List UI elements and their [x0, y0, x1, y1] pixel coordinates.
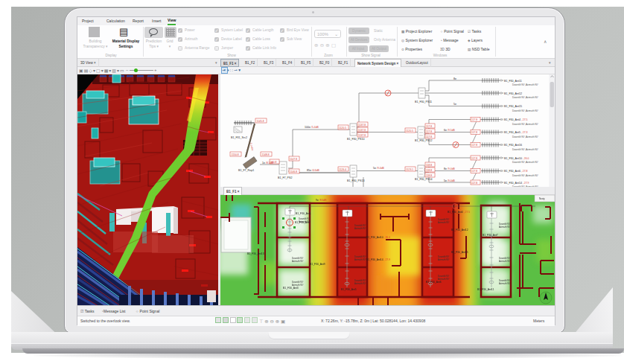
svg-text:1148.8: 1148.8 [262, 153, 270, 156]
svg-text:B1_F31_Src2: B1_F31_Src2 [231, 136, 247, 139]
svg-text:B1_F30_PS11: B1_F30_PS11 [415, 100, 432, 103]
svg-text:117.8: 117.8 [471, 170, 477, 173]
svg-text:1123.1: 1123.1 [406, 168, 413, 171]
svg-text:9e /8.6dB: 9e /8.6dB [316, 199, 327, 202]
svg-text:1146.8: 1146.8 [290, 170, 297, 173]
svg-text:117.8: 117.8 [471, 182, 477, 185]
svg-text:118.8: 118.8 [426, 169, 432, 172]
svg-text:B1_F30_Ant11: B1_F30_Ant11 [504, 80, 522, 83]
svg-text:B1_F30_Ant10 , 26.0: B1_F30_Ant10 , 26.0 [366, 236, 390, 239]
svg-text:B1_F30_Ant5 , 27.3: B1_F30_Ant5 , 27.3 [504, 131, 528, 134]
svg-text:117.8: 117.8 [471, 144, 477, 147]
svg-text:1e /8.1dB: 1e /8.1dB [262, 162, 274, 165]
svg-text:Azimuth:90°: Azimuth:90° [438, 278, 450, 281]
svg-text:117.8: 117.8 [426, 130, 432, 133]
svg-text:B1_F7_Rep1: B1_F7_Rep1 [238, 169, 254, 172]
svg-text:B1_F30_Ant4 , 27.5: B1_F30_Ant4 , 27.5 [504, 118, 528, 121]
svg-text:Downtilt:90°,Azimuth:90°: Downtilt:90°,Azimuth:90° [512, 123, 539, 126]
svg-text:117.8: 117.8 [426, 135, 432, 138]
svg-text:Azimuth:90°: Azimuth:90° [438, 258, 450, 261]
svg-text:B1_F30_Ant14 , 27.9: B1_F30_Ant14 , 27.9 [366, 258, 390, 261]
svg-text:5e /9.4dB: 5e /9.4dB [444, 179, 456, 182]
svg-text:B1_F30_PS12: B1_F30_PS12 [415, 139, 432, 142]
svg-text:Azimuth:90°: Azimuth:90° [292, 260, 304, 263]
svg-text:B1_F30_Ant3: B1_F30_Ant3 [283, 287, 299, 290]
svg-text:B1_F30_Ant5: B1_F30_Ant5 [341, 288, 357, 291]
svg-text:Azimuth:90°: Azimuth:90° [499, 226, 511, 229]
svg-text:B1_F30_PS14: B1_F30_PS14 [415, 178, 432, 181]
svg-text:1137.8: 1137.8 [358, 124, 366, 127]
svg-text:B1_F7_PS2: B1_F7_PS2 [278, 176, 292, 179]
svg-text:1120.5: 1120.5 [406, 130, 413, 132]
svg-text:Azimuth:90°: Azimuth:90° [499, 260, 511, 263]
svg-text:B1_F30_Ant1: B1_F30_Ant1 [296, 212, 311, 215]
svg-text:Azimuth:90°: Azimuth:90° [292, 284, 304, 287]
svg-text:1126.4: 1126.4 [339, 168, 346, 171]
svg-text:117.8: 117.8 [471, 118, 477, 121]
svg-text:B1_F30_Ant16: B1_F30_Ant16 [504, 144, 522, 147]
svg-text:B1_F30_Ant6: B1_F30_Ant6 [426, 281, 442, 284]
svg-text:B1_F30_Ant7: B1_F30_Ant7 [483, 234, 498, 237]
svg-text:B1_F30_Ant12: B1_F30_Ant12 [504, 92, 522, 95]
svg-text:117.8: 117.8 [426, 125, 432, 128]
svg-text:1150.8: 1150.8 [232, 153, 239, 156]
svg-text:B1_F30_PS13: B1_F30_PS13 [347, 179, 364, 182]
svg-text:B1_F30_Ant15: B1_F30_Ant15 [451, 251, 468, 254]
svg-text:B1_F30_Ant15: B1_F30_Ant15 [504, 105, 522, 108]
svg-text:1137.8: 1137.8 [358, 134, 366, 137]
svg-text:8e: 8e [453, 77, 456, 80]
svg-text:B1_F30_Ant12: B1_F30_Ant12 [451, 229, 468, 232]
svg-text:Azimuth:90°: Azimuth:90° [438, 221, 450, 224]
svg-text:B1_F30_Ant13: B1_F30_Ant13 [247, 252, 264, 255]
svg-text:6e /9.5dB: 6e /9.5dB [444, 129, 456, 132]
svg-text:1145.8: 1145.8 [257, 120, 264, 123]
svg-text:Azimuth:90°: Azimuth:90° [354, 227, 366, 230]
svg-text:Azimuth:90°: Azimuth:90° [499, 282, 511, 285]
svg-text:Downtilt:90°,Azimuth:90°: Downtilt:90°,Azimuth:90° [512, 174, 539, 177]
svg-text:B1_F30_Ant11: B1_F30_Ant11 [477, 288, 494, 291]
svg-text:B1_F30_Ant9: B1_F30_Ant9 [310, 263, 325, 266]
svg-text:B1_F30_Ant6 , 27.8: B1_F30_Ant6 , 27.8 [504, 170, 528, 173]
svg-text:118.8: 118.8 [426, 174, 432, 177]
svg-text:1137.8: 1137.8 [358, 129, 366, 132]
svg-text:Azimuth:90°: Azimuth:90° [354, 258, 366, 261]
svg-text:1120.5: 1120.5 [339, 127, 346, 130]
svg-text:5e /9.4dB: 5e /9.4dB [373, 167, 385, 170]
svg-text:B1_F30_Ant10 , 26.0: B1_F30_Ant10 , 26.0 [504, 157, 529, 160]
svg-text:B1_F30_Ant4 , 27.5: B1_F30_Ant4 , 27.5 [448, 211, 470, 214]
svg-text:B1_F30_Ant14 , 27.9: B1_F30_Ant14 , 27.9 [504, 182, 529, 185]
svg-text:8e /9.4dB: 8e /9.4dB [444, 167, 456, 170]
svg-text:1147.8: 1147.8 [290, 158, 297, 161]
svg-text:100e /5.4dB: 100e /5.4dB [305, 126, 319, 129]
svg-text:117.8: 117.8 [471, 131, 477, 134]
svg-text:Downtilt:90°,Azimuth:90°: Downtilt:90°,Azimuth:90° [512, 83, 539, 86]
svg-text:B1_F30_PS10: B1_F30_PS10 [347, 138, 364, 141]
svg-text:Downtilt:90°,Azimuth:90°: Downtilt:90°,Azimuth:90° [512, 148, 539, 151]
svg-text:Azimuth:90°: Azimuth:90° [299, 220, 311, 223]
svg-text:118.8: 118.8 [426, 164, 432, 167]
svg-text:Downtilt:90°,Azimuth:90°: Downtilt:90°,Azimuth:90° [512, 109, 539, 112]
svg-text:Downtilt:90°,Azimuth:90°: Downtilt:90°,Azimuth:90° [512, 161, 539, 164]
svg-text:117.8: 117.8 [471, 157, 477, 160]
svg-text:Navig: Navig [539, 197, 545, 200]
svg-text:5e: 5e [453, 103, 456, 106]
svg-text:Downtilt:90°,Azimuth:90°: Downtilt:90°,Azimuth:90° [512, 135, 539, 138]
svg-text:85e /4.6dB: 85e /4.6dB [307, 169, 320, 172]
svg-text:Downtilt:90°,Azimuth:90°: Downtilt:90°,Azimuth:90° [512, 96, 539, 99]
svg-text:Azimuth:90°: Azimuth:90° [354, 282, 366, 285]
